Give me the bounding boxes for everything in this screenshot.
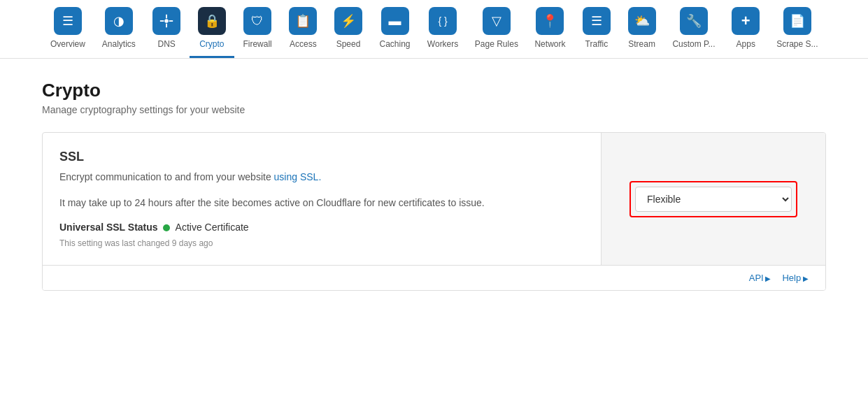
- nav-label-apps: Apps: [737, 39, 755, 49]
- ssl-link[interactable]: using SSL.: [274, 171, 322, 182]
- card-left: SSL Encrypt communication to and from yo…: [43, 133, 602, 265]
- nav-label-page-rules: Page Rules: [475, 39, 518, 49]
- crypto-icon: 🔒: [198, 7, 226, 35]
- ssl-description: Encrypt communication to and from your w…: [59, 170, 584, 185]
- traffic-icon: ☰: [583, 7, 611, 35]
- nav-container: ☰ Overview ◑ Analytics DNS 🔒 Crypto 🛡 Fi…: [0, 0, 868, 59]
- main-content: Crypto Manage cryptography settings for …: [0, 59, 868, 312]
- card-footer: API Help: [43, 265, 825, 290]
- ssl-status: Universal SSL Status Active Certificate: [59, 222, 584, 233]
- page-title: Crypto: [42, 80, 826, 101]
- ssl-dropdown-wrapper: Off Flexible Full Full (Strict): [629, 181, 797, 217]
- overview-icon: ☰: [54, 7, 82, 35]
- card-body: SSL Encrypt communication to and from yo…: [43, 133, 825, 265]
- nav-label-crypto: Crypto: [199, 39, 224, 49]
- nav-item-network[interactable]: 📍 Network: [526, 0, 574, 58]
- nav-label-network: Network: [534, 39, 565, 49]
- nav-label-analytics: Analytics: [102, 39, 136, 49]
- access-icon: 📋: [289, 7, 317, 35]
- help-link[interactable]: Help: [782, 273, 809, 283]
- nav-label-firewall: Firewall: [243, 39, 271, 49]
- stream-icon: ⛅: [628, 7, 656, 35]
- nav-label-stream: Stream: [628, 39, 655, 49]
- nav-item-speed[interactable]: ⚡ Speed: [326, 0, 371, 58]
- nav-item-overview[interactable]: ☰ Overview: [42, 0, 94, 58]
- nav-item-workers[interactable]: { } Workers: [419, 0, 467, 58]
- nav-label-speed: Speed: [336, 39, 361, 49]
- nav-label-dns: DNS: [158, 39, 176, 49]
- nav-label-traffic: Traffic: [585, 39, 609, 49]
- ssl-title: SSL: [59, 150, 584, 164]
- page-subtitle: Manage cryptography settings for your we…: [42, 104, 826, 115]
- apps-icon: +: [732, 7, 760, 35]
- analytics-icon: ◑: [105, 7, 133, 35]
- api-link[interactable]: API: [749, 273, 771, 283]
- ssl-card: SSL Encrypt communication to and from yo…: [42, 132, 826, 291]
- nav-label-workers: Workers: [427, 39, 458, 49]
- ssl-mode-dropdown[interactable]: Off Flexible Full Full (Strict): [635, 187, 792, 212]
- status-dot: [163, 224, 170, 231]
- nav-item-caching[interactable]: ▬ Caching: [371, 0, 418, 58]
- nav-label-overview: Overview: [50, 39, 85, 49]
- nav-label-caching: Caching: [380, 39, 411, 49]
- caching-icon: ▬: [381, 7, 409, 35]
- nav-item-crypto[interactable]: 🔒 Crypto: [190, 0, 235, 58]
- ssl-status-text: Active Certificate: [176, 222, 249, 233]
- nav-item-stream[interactable]: ⛅ Stream: [619, 0, 664, 58]
- custom-p-icon: 🔧: [680, 7, 708, 35]
- ssl-note: It may take up to 24 hours after the sit…: [59, 196, 584, 210]
- nav-item-analytics[interactable]: ◑ Analytics: [94, 0, 144, 58]
- ssl-status-label: Universal SSL Status: [59, 222, 158, 233]
- nav-item-dns[interactable]: DNS: [144, 0, 190, 58]
- speed-icon: ⚡: [334, 7, 362, 35]
- nav-label-scrape-s: Scrape S...: [776, 39, 818, 49]
- nav-item-access[interactable]: 📋 Access: [280, 0, 326, 58]
- nav-item-traffic[interactable]: ☰ Traffic: [574, 0, 620, 58]
- nav-label-custom-p: Custom P...: [672, 39, 715, 49]
- nav-item-page-rules[interactable]: ▽ Page Rules: [467, 0, 526, 58]
- svg-point-0: [164, 19, 169, 23]
- network-icon: 📍: [536, 7, 564, 35]
- nav-item-apps[interactable]: + Apps: [723, 0, 769, 58]
- nav-item-custom-p[interactable]: 🔧 Custom P...: [664, 0, 723, 58]
- ssl-changed-text: This setting was last changed 9 days ago: [59, 238, 584, 248]
- workers-icon: { }: [429, 7, 457, 35]
- scrape-s-icon: 📄: [783, 7, 811, 35]
- dns-icon: [152, 7, 180, 35]
- nav-label-access: Access: [290, 39, 317, 49]
- ssl-desc-prefix: Encrypt communication to and from your w…: [59, 171, 274, 182]
- card-right: Off Flexible Full Full (Strict): [602, 133, 825, 265]
- nav-item-scrape-s[interactable]: 📄 Scrape S...: [769, 0, 826, 58]
- firewall-icon: 🛡: [243, 7, 271, 35]
- page-rules-icon: ▽: [483, 7, 511, 35]
- nav-item-firewall[interactable]: 🛡 Firewall: [234, 0, 280, 58]
